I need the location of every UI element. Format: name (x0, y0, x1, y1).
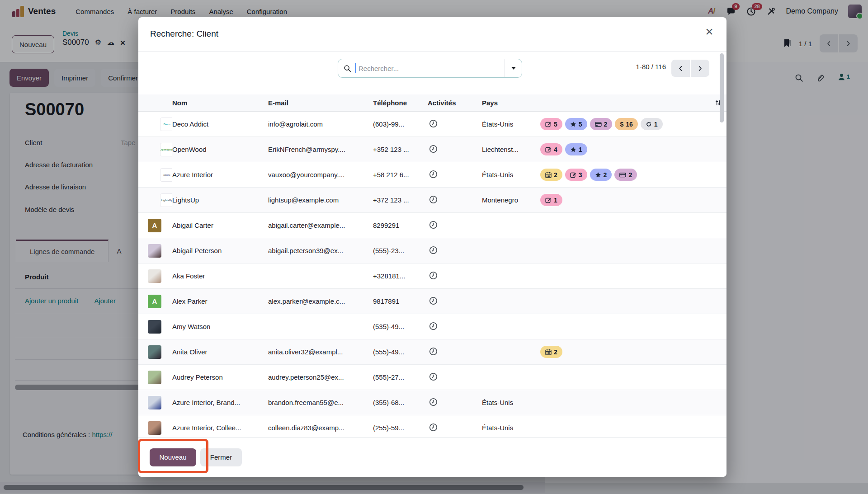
column-settings-icon[interactable] (704, 99, 722, 107)
avatar (148, 421, 161, 435)
client-row[interactable]: Anita Oliver anita.oliver32@exampl... (5… (138, 339, 726, 365)
client-row[interactable]: OpenWood OpenWood ErikNFrench@armyspy...… (138, 137, 726, 162)
client-name: Deco Addict (172, 120, 268, 128)
client-email: ErikNFrench@armyspy.... (268, 146, 373, 153)
client-phone: +328181... (373, 272, 428, 280)
client-phone: 9817891 (373, 297, 428, 305)
schedule-activity-clock-icon[interactable] (429, 221, 438, 229)
client-name: Anita Oliver (172, 348, 268, 356)
client-email: audrey.peterson25@ex... (268, 373, 373, 381)
client-phone: +372 123 ... (373, 196, 428, 204)
client-name: Abigail Peterson (172, 247, 268, 254)
search-input[interactable] (358, 64, 505, 73)
client-name: Azure Interior, Collee... (172, 424, 268, 432)
screen: Ventes Commandes À facturer Produits Ana… (0, 0, 868, 494)
client-email: colleen.diaz83@examp... (268, 424, 373, 432)
avatar: A (148, 219, 161, 232)
client-phone: (555)-23... (373, 247, 428, 254)
kpi-badge-edit: 5 (540, 118, 562, 130)
list-prev-page-button[interactable] (671, 60, 690, 77)
schedule-activity-clock-icon[interactable] (429, 347, 438, 356)
client-email: abigail.peterson39@ex... (268, 247, 373, 254)
client-kpi-badges: 1 (540, 194, 704, 206)
client-phone: (255)-59... (373, 424, 428, 432)
client-email: vauxoo@yourcompany.... (268, 171, 373, 179)
client-kpi-badges: 41 (540, 143, 704, 155)
schedule-activity-clock-icon[interactable] (429, 398, 438, 406)
schedule-activity-clock-icon[interactable] (429, 119, 438, 128)
client-country: États-Unis (482, 120, 540, 128)
schedule-activity-clock-icon[interactable] (429, 195, 438, 204)
list-header: Nom E-mail Téléphone Activités Pays (138, 94, 726, 112)
client-row[interactable]: Amy Watson (535)-49... (138, 314, 726, 339)
avatar: OpenWood (160, 143, 172, 156)
client-row[interactable]: Audrey Peterson audrey.peterson25@ex... … (138, 365, 726, 390)
col-activites[interactable]: Activités (428, 99, 482, 107)
client-list: Deco Deco Addict info@agrolait.com (603)… (138, 112, 726, 444)
client-row[interactable]: Azure Interior, Brand... brandon.freeman… (138, 390, 726, 415)
client-row[interactable]: A Alex Parker alex.parker@example.c... 9… (138, 289, 726, 314)
client-row[interactable]: LightsUp LightsUp lightsup@example.com +… (138, 188, 726, 213)
client-row[interactable]: Abigail Peterson abigail.peterson39@ex..… (138, 238, 726, 263)
client-row[interactable]: Aka Foster +328181... (138, 263, 726, 289)
col-email[interactable]: E-mail (268, 99, 373, 107)
col-telephone[interactable]: Téléphone (373, 99, 428, 107)
kpi-badge-edit: 3 (565, 169, 587, 181)
avatar: azure (160, 168, 172, 182)
client-email: brandon.freeman55@e... (268, 399, 373, 406)
avatar: LightsUp (160, 193, 172, 207)
client-kpi-badges: 2322 (540, 169, 704, 181)
dialog-title: Recherche: Client (150, 29, 218, 39)
search-dropdown-toggle[interactable] (505, 59, 522, 77)
avatar (148, 345, 161, 359)
avatar: Deco (160, 118, 172, 131)
client-phone: (355)-68... (373, 399, 428, 406)
col-pays[interactable]: Pays (482, 99, 540, 107)
dialog-close-icon[interactable]: × (701, 24, 717, 40)
tutorial-highlight-rect (138, 439, 208, 473)
client-phone: (555)-27... (373, 373, 428, 381)
schedule-activity-clock-icon[interactable] (429, 372, 438, 381)
schedule-activity-clock-icon[interactable] (429, 296, 438, 305)
schedule-activity-clock-icon[interactable] (429, 246, 438, 254)
client-phone: 8299291 (373, 221, 428, 229)
client-kpi-badges: 552$161 (540, 118, 704, 130)
client-country: Liechtenst... (482, 146, 540, 153)
avatar (148, 396, 161, 409)
client-kpi-badges: 2 (540, 346, 704, 358)
client-row[interactable]: azure Azure Interior vauxoo@yourcompany.… (138, 162, 726, 188)
dialog-footer: Nouveau Fermer (138, 437, 726, 477)
client-country: Montenegro (482, 196, 540, 204)
search-box (338, 59, 522, 78)
schedule-activity-clock-icon[interactable] (429, 170, 438, 179)
avatar (148, 244, 161, 258)
schedule-activity-clock-icon[interactable] (429, 322, 438, 330)
client-country: États-Unis (482, 399, 540, 406)
kpi-badge-calendar: 2 (540, 346, 562, 358)
avatar: A (148, 295, 161, 308)
avatar (148, 371, 161, 384)
client-email: info@agrolait.com (268, 120, 373, 128)
dialog-search-row: 1-80 / 116 (138, 52, 726, 94)
kpi-badge-star: 1 (565, 143, 587, 155)
search-client-dialog: Recherche: Client × 1-80 / 116 (138, 17, 726, 477)
client-email: lightsup@example.com (268, 196, 373, 204)
kpi-badge-edit: 1 (540, 194, 562, 206)
client-name: LightsUp (172, 196, 268, 204)
schedule-activity-clock-icon[interactable] (429, 145, 438, 153)
schedule-activity-clock-icon[interactable] (429, 423, 438, 432)
client-email: alex.parker@example.c... (268, 297, 373, 305)
kpi-badge-star: 2 (590, 169, 612, 181)
client-name: Abigail Carter (172, 221, 268, 229)
client-row[interactable]: Deco Deco Addict info@agrolait.com (603)… (138, 112, 726, 137)
col-nom[interactable]: Nom (172, 99, 268, 107)
client-phone: +352 123 ... (373, 146, 428, 153)
schedule-activity-clock-icon[interactable] (429, 271, 438, 280)
list-next-page-button[interactable] (691, 60, 709, 77)
kpi-badge-dollar: $16 (615, 118, 637, 130)
list-vscrollbar[interactable] (720, 53, 724, 122)
client-row[interactable]: A Abigail Carter abigail.carter@example.… (138, 213, 726, 238)
kpi-badge-sync: 1 (641, 118, 663, 130)
search-icon (344, 65, 351, 72)
client-phone: (555)-49... (373, 348, 428, 356)
